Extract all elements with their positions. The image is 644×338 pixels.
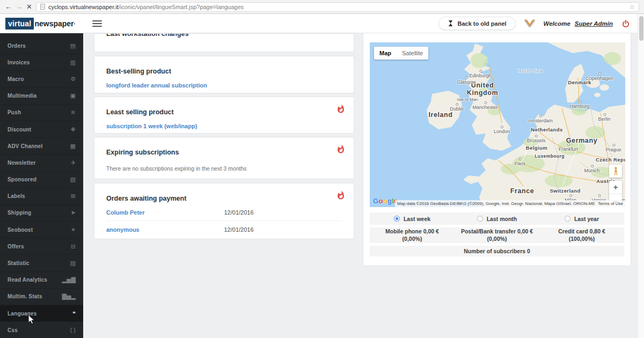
sidebar-item-discount[interactable]: Discount❖ <box>0 121 83 138</box>
map-label-germany: Germany <box>566 137 597 144</box>
menu-toggle-icon[interactable] <box>92 20 102 27</box>
fire-icon <box>336 144 346 154</box>
sidebar-item-push[interactable]: Push≋ <box>0 105 83 121</box>
sidebar-item-seoboost[interactable]: Seoboost✶ <box>0 222 83 238</box>
dashboard-cards-column: Last workstation changes Best-selling pr… <box>94 33 354 239</box>
map-label-paris: Paris <box>515 161 526 166</box>
filter-last-year[interactable]: Last year <box>539 216 624 222</box>
subscribers-count: Number of subscribers 0 <box>370 246 624 256</box>
sidebar-item-labels[interactable]: Labels⊞ <box>0 188 83 205</box>
current-user-link[interactable]: Super Admin <box>575 20 613 27</box>
map-label-belgium: Belgium <box>526 145 547 151</box>
pegman-icon <box>613 167 618 175</box>
push-wifi-icon: ≋ <box>71 109 76 116</box>
best-selling-product-link[interactable]: longford leader annual subscription <box>106 82 342 89</box>
back-to-old-panel-button[interactable]: Back to old panel <box>438 17 516 30</box>
expiring-subscriptions-message: There are no subscriptions expiring in t… <box>106 165 342 172</box>
url-text[interactable]: cyclops.virtualnewspaper.it/iconic/vpane… <box>48 4 244 10</box>
terms-of-use-link[interactable]: Terms of Use <box>598 201 623 206</box>
card-title: Expiring subscriptions <box>106 149 342 156</box>
logo-primary: virtual <box>5 18 34 30</box>
newsletter-plane-icon: ✈ <box>71 159 76 166</box>
logo-secondary: newspaper <box>34 19 74 28</box>
back-to-old-panel-label: Back to old panel <box>458 20 507 27</box>
forward-icon[interactable]: → <box>16 3 23 10</box>
sidebar-item-macro[interactable]: Macro⚙ <box>0 71 83 87</box>
page-scrollbar[interactable] <box>638 14 644 338</box>
discount-tag-icon: ❖ <box>70 126 76 133</box>
logo[interactable]: virtualnewspaper’ <box>5 18 75 30</box>
order-customer-link[interactable]: Columb Peter <box>106 209 224 216</box>
page-icon <box>40 4 45 10</box>
map-button[interactable]: Map <box>374 47 397 60</box>
hourglass-icon <box>448 20 453 27</box>
attribution-text: Map data ©2016 GeoBasis-DE/BKG (©2009), … <box>397 201 595 206</box>
stat-mobile-phone: Mobile phone 0,00 €(0,00%) <box>370 228 455 242</box>
radio-selected-icon <box>394 216 400 222</box>
logo-mark: ’ <box>74 22 76 27</box>
order-row: Columb Peter 12/01/2016 <box>106 204 342 221</box>
sidebar-item-sponsored[interactable]: Sponsored▧ <box>0 172 83 188</box>
orders-icon: ▤ <box>70 42 76 49</box>
google-logo[interactable]: Google <box>373 197 398 205</box>
radio-icon <box>565 216 570 222</box>
multim-stats-chart-icon: ▇▅▂ <box>62 293 76 300</box>
bookmark-star-icon[interactable]: ☆ <box>629 3 635 11</box>
sidebar-item-statistic[interactable]: Statistic▨ <box>0 255 83 271</box>
sidebar-item-offers[interactable]: Offers⊟ <box>0 238 83 255</box>
sidebar-item-read-analytics[interactable]: Read Analytics▂▅▇ <box>0 272 83 289</box>
map-label-czech-republic: Czech Republic <box>596 157 625 163</box>
sidebar-nav: Orders▤ Invoices▥ Macro⚙ Multimedia▣ Pus… <box>0 33 83 338</box>
map-label-netherlands: Netherlands <box>531 127 562 133</box>
sponsored-icon: ▧ <box>70 176 76 183</box>
sidebar-item-invoices[interactable]: Invoices▥ <box>0 54 83 71</box>
vn-mark-icon <box>524 19 535 28</box>
radio-icon <box>477 216 483 222</box>
sidebar-item-shipping[interactable]: Shipping➤ <box>0 205 83 222</box>
zoom-in-button[interactable]: + <box>609 181 622 194</box>
satellite-button[interactable]: Satellite <box>397 47 428 60</box>
card-expiring-subscriptions: Expiring subscriptions There are no subs… <box>94 137 354 179</box>
pegman-control[interactable] <box>609 165 622 178</box>
map-label-glasgow: Glasgow <box>457 79 475 85</box>
stat-credit-card: Credit card 0,80 €(100,00%) <box>539 228 624 242</box>
logout-power-icon[interactable] <box>621 19 630 28</box>
macro-gear-icon: ⚙ <box>70 76 76 83</box>
map-label-berlin: Berlin <box>598 116 610 122</box>
address-bar[interactable]: cyclops.virtualnewspaper.it/iconic/vpane… <box>36 2 639 12</box>
sidebar-item-orders[interactable]: Orders▤ <box>0 38 83 54</box>
order-date: 12/01/2016 <box>224 209 254 216</box>
scrollbar-thumb[interactable] <box>639 16 643 41</box>
order-row: anonymous 12/01/2016 <box>106 221 342 238</box>
sidebar-item-css[interactable]: Css{ } <box>0 322 83 338</box>
sales-map[interactable]: North Sea United Kingdom Ireland Netherl… <box>370 42 625 207</box>
filter-last-month[interactable]: Last month <box>455 216 539 222</box>
sales-period-filter: Last week Last month Last year <box>370 212 624 225</box>
order-customer-link[interactable]: anonymous <box>106 226 224 233</box>
back-icon[interactable]: ← <box>5 3 12 10</box>
sidebar-item-multim-stats[interactable]: Multim. Stats▇▅▂ <box>0 289 83 305</box>
sidebar-item-multimedia[interactable]: Multimedia▣ <box>0 88 83 105</box>
map-label-munich: Munich <box>584 168 599 173</box>
languages-bubbles-icon: ❝ <box>72 310 76 317</box>
filter-last-week[interactable]: Last week <box>370 216 455 222</box>
sidebar-item-adv-channel[interactable]: ADV Channel▦ <box>0 138 83 155</box>
invoices-icon: ▥ <box>70 59 76 66</box>
stop-icon[interactable]: ✕ <box>26 3 32 10</box>
seoboost-icon: ✶ <box>71 226 76 233</box>
map-label-amsterdam: Amsterdam <box>528 118 553 123</box>
sidebar-item-languages[interactable]: Languages❝ <box>0 305 83 322</box>
card-title: Orders awaiting payment <box>106 195 342 202</box>
map-label-brussels: Brussels <box>527 138 546 143</box>
card-title: Last workstation changes <box>94 33 354 38</box>
labels-icon: ⊞ <box>71 193 76 200</box>
fire-icon <box>336 104 346 114</box>
shipping-icon: ➤ <box>71 209 76 216</box>
sidebar-item-newsletter[interactable]: Newsletter✈ <box>0 155 83 171</box>
multimedia-icon: ▣ <box>70 92 76 99</box>
least-selling-product-link[interactable]: subscription 1 week (web/inapp) <box>106 123 342 129</box>
adv-channel-icon: ▦ <box>70 143 76 150</box>
map-label-france: France <box>510 187 535 195</box>
card-orders-awaiting-payment: Orders awaiting payment Columb Peter 12/… <box>94 183 354 239</box>
statistic-icon: ▨ <box>70 260 76 267</box>
